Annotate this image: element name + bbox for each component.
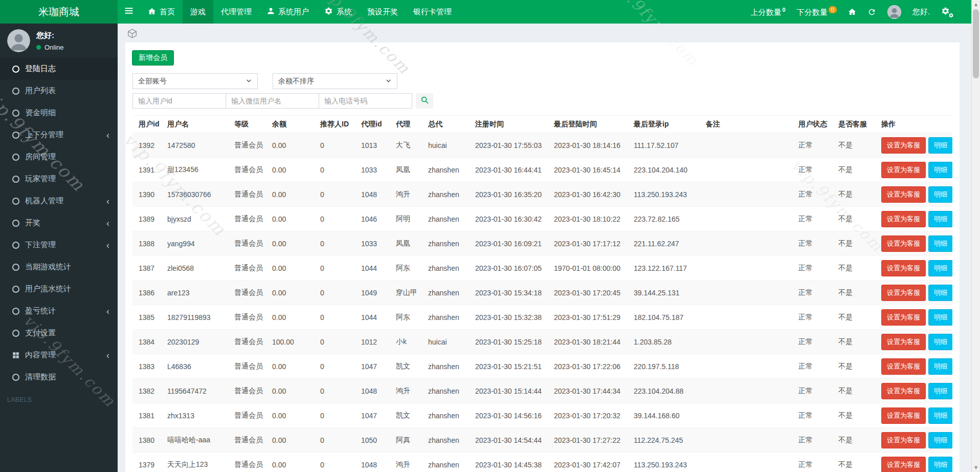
sidebar-item-user-list[interactable]: 用户列表 [0, 80, 118, 102]
navbar-avatar[interactable] [887, 5, 901, 19]
online-status[interactable]: Online [36, 44, 64, 51]
detail-button[interactable]: 明细 [928, 235, 952, 252]
table-cell: zhanshen [422, 305, 469, 330]
detail-button[interactable]: 明细 [928, 457, 952, 472]
sidebar-item-login-log[interactable]: 登陆日志 [0, 58, 118, 80]
sidebar-item-payment-settings[interactable]: 支付设置 [0, 322, 118, 344]
account-type-select[interactable]: 全部账号 [132, 73, 258, 89]
home-icon [148, 7, 156, 17]
nav-item-system[interactable]: 系统 [317, 0, 360, 24]
sidebar-item-bet-manage[interactable]: 下注管理‹ [0, 234, 118, 256]
sidebar-item-clean-data[interactable]: 清理数据 [0, 366, 118, 388]
detail-button[interactable]: 明细 [928, 137, 952, 154]
set-service-button[interactable]: 设置为客服 [881, 186, 926, 203]
detail-button[interactable]: 明细 [928, 260, 952, 276]
is-service-cell: 不是 [832, 305, 875, 330]
scroll-down-arrow-icon[interactable]: ▼ [972, 463, 980, 472]
detail-button[interactable]: 明细 [928, 285, 952, 301]
sidebar-item-player-manage[interactable]: 玩家管理 [0, 168, 118, 190]
cube-icon[interactable] [127, 28, 138, 39]
nav-item-system-users[interactable]: 系统用户 [259, 0, 317, 24]
nav-item-preset-lottery[interactable]: 预设开奖 [360, 0, 406, 24]
table-cell: L46836 [161, 354, 228, 379]
sidebar-item-user-flow-stats[interactable]: 用户流水统计 [0, 278, 118, 300]
sidebar-item-current-game-stats[interactable]: 当期游戏统计 [0, 256, 118, 278]
detail-button[interactable]: 明细 [928, 432, 952, 448]
hamburger-menu-icon[interactable] [118, 0, 140, 24]
table-cell: 0 [314, 158, 355, 182]
search-button[interactable] [416, 93, 433, 109]
actions-cell: 设置为客服明细 [875, 158, 952, 182]
sidebar-item-robot-manage[interactable]: 机器人管理‹ [0, 190, 118, 212]
sidebar-item-content-manage[interactable]: 内容管理‹ [0, 344, 118, 366]
circle-icon [12, 242, 19, 249]
set-service-button[interactable]: 设置为客服 [881, 162, 926, 178]
set-service-button[interactable]: 设置为客服 [881, 211, 926, 227]
navbar-greeting[interactable]: 您好. [912, 7, 930, 17]
set-service-button[interactable]: 设置为客服 [881, 334, 926, 350]
nav-item-games[interactable]: 游戏 [183, 0, 213, 24]
table-row: 13821195647472普通会员0.0001048鸿升zhanshen202… [132, 379, 952, 403]
nav-item-label: 首页 [160, 7, 175, 17]
set-service-button[interactable]: 设置为客服 [881, 407, 926, 424]
wechat-name-input[interactable] [226, 93, 319, 109]
set-service-button[interactable]: 设置为客服 [881, 432, 926, 448]
add-member-button[interactable]: 新增会员 [132, 50, 174, 66]
set-service-button[interactable]: 设置为客服 [881, 285, 926, 301]
table-cell: 221.11.62.247 [628, 231, 700, 256]
table-cell: 鸿升 [390, 182, 422, 207]
scrollbar[interactable]: ▲ ▼ [971, 0, 980, 472]
table-cell: 2023-01-30 17:55:03 [469, 133, 548, 158]
nav-item-home[interactable]: 首页 [140, 0, 183, 24]
set-service-button[interactable]: 设置为客服 [881, 383, 926, 399]
table-row: 13921472580普通会员0.0001013大飞huicai2023-01-… [132, 133, 952, 158]
nav-item-agent-manage[interactable]: 代理管理 [213, 0, 259, 24]
table-cell: 1044 [355, 256, 390, 281]
balance-sort-select[interactable]: 余额不排序 [273, 73, 397, 89]
table-cell: 1472580 [161, 133, 228, 158]
up-score-count[interactable]: 上分数量0 [751, 7, 786, 17]
detail-button[interactable]: 明细 [928, 186, 952, 203]
sidebar-item-profit-stats[interactable]: 盈亏统计‹ [0, 300, 118, 322]
phone-input[interactable] [319, 93, 412, 109]
sidebar-item-label: 内容管理 [25, 350, 56, 360]
sidebar-item-funds-detail[interactable]: 资金明细 [0, 102, 118, 124]
circle-icon [12, 66, 19, 73]
set-service-button[interactable]: 设置为客服 [881, 235, 926, 252]
detail-button[interactable]: 明细 [928, 383, 952, 399]
set-service-button[interactable]: 设置为客服 [881, 260, 926, 276]
table-row: 138518279119893普通会员0.0001044阿东zhanshen20… [132, 305, 952, 330]
chevron-left-icon: ‹ [106, 307, 109, 316]
detail-button[interactable]: 明细 [928, 162, 952, 178]
home-icon[interactable] [848, 8, 856, 16]
user-id-input[interactable] [132, 93, 226, 109]
sidebar-item-lottery[interactable]: 开奖‹ [0, 212, 118, 234]
detail-button[interactable]: 明细 [928, 211, 952, 227]
sidebar-user-panel: 您好: Online [0, 24, 118, 58]
circle-icon [12, 176, 19, 183]
set-service-button[interactable]: 设置为客服 [881, 137, 926, 154]
detail-button[interactable]: 明细 [928, 407, 952, 424]
scroll-up-arrow-icon[interactable]: ▲ [972, 0, 980, 9]
set-service-button[interactable]: 设置为客服 [881, 457, 926, 472]
table-cell: 阿东 [390, 305, 422, 330]
detail-button[interactable]: 明细 [928, 309, 952, 326]
refresh-icon[interactable] [867, 8, 876, 16]
set-service-button[interactable]: 设置为客服 [881, 358, 926, 375]
table-cell: 0.00 [266, 428, 314, 453]
circle-icon [12, 286, 19, 293]
status-cell: 正常 [792, 330, 832, 354]
sidebar-item-score-manage[interactable]: 上下分管理‹ [0, 124, 118, 146]
detail-button[interactable]: 明细 [928, 358, 952, 375]
scrollbar-thumb[interactable] [973, 9, 979, 78]
settings-gears-icon[interactable] [941, 7, 950, 17]
table-cell: 0 [314, 354, 355, 379]
detail-button[interactable]: 明细 [928, 334, 952, 350]
table-cell: 0 [314, 379, 355, 403]
table-cell: 0 [314, 305, 355, 330]
set-service-button[interactable]: 设置为客服 [881, 309, 926, 326]
down-score-count[interactable]: 下分数量0 [797, 7, 837, 17]
sidebar-item-room-manage[interactable]: 房间管理 [0, 146, 118, 168]
brand-logo[interactable]: 米珈商城 [0, 0, 118, 24]
nav-item-bank-card-manage[interactable]: 银行卡管理 [406, 0, 459, 24]
